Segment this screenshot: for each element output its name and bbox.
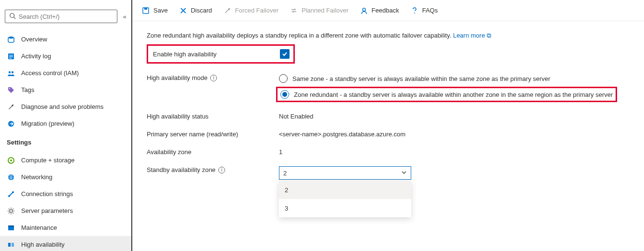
sidebar-item-overview[interactable]: Overview	[0, 31, 131, 48]
sidebar-item-label: Server parameters	[21, 207, 73, 214]
svg-rect-19	[8, 243, 11, 247]
external-link-icon: ⧉	[487, 32, 491, 39]
dropdown-option[interactable]: 2	[279, 181, 411, 199]
save-button[interactable]: Save	[136, 0, 174, 21]
people-icon	[7, 69, 15, 78]
search-icon	[9, 13, 16, 21]
maintenance-icon	[7, 224, 15, 232]
sidebar-item-activity-log[interactable]: Activity log	[0, 48, 131, 65]
sidebar-item-label: Compute + storage	[21, 157, 75, 164]
ha-mode-label: High availability mode i	[147, 74, 279, 81]
settings-header: Settings	[0, 132, 131, 149]
search-box[interactable]	[5, 10, 117, 23]
svg-point-24	[414, 13, 415, 13]
svg-point-23	[363, 8, 366, 11]
svg-rect-6	[9, 58, 12, 58]
sidebar-item-label: Activity log	[21, 53, 51, 60]
toolbar: Save Discard Forced Failover Planned Fai…	[132, 0, 644, 21]
log-icon	[7, 52, 15, 61]
feedback-button[interactable]: Feedback	[354, 0, 405, 21]
svg-rect-22	[144, 8, 147, 10]
wrench-icon	[224, 7, 231, 14]
svg-rect-20	[12, 243, 14, 247]
collapse-sidebar-button[interactable]: «	[123, 13, 126, 20]
sidebar-item-label: Networking	[21, 173, 52, 181]
availability-zone-value: 1	[279, 148, 282, 156]
sidebar-item-access-control[interactable]: Access control (IAM)	[0, 65, 131, 81]
primary-server-value: <server-name>.postgres.database.azure.co…	[279, 131, 405, 138]
svg-point-16	[10, 210, 13, 212]
svg-point-2	[8, 36, 14, 38]
check-icon	[281, 51, 288, 57]
standby-zone-label: Standby availability zone i	[147, 166, 279, 173]
discard-icon	[179, 7, 187, 14]
networking-icon	[7, 173, 15, 182]
compute-icon	[7, 156, 15, 165]
sidebar-item-compute-storage[interactable]: Compute + storage	[0, 152, 131, 169]
svg-rect-4	[9, 55, 13, 55]
radio-same-zone[interactable]: Same zone - a standby server is always a…	[279, 74, 617, 83]
main-content: Save Discard Forced Failover Planned Fai…	[132, 0, 644, 251]
sidebar-item-tags[interactable]: Tags	[0, 81, 131, 98]
description-text: Zone redundant high availability deploys…	[147, 32, 630, 40]
sidebar-item-server-parameters[interactable]: Server parameters	[0, 202, 131, 219]
ha-status-label: High availability status	[147, 113, 279, 120]
ha-icon	[7, 240, 15, 249]
sidebar-item-label: Connection strings	[21, 190, 73, 198]
faqs-button[interactable]: FAQs	[405, 0, 444, 21]
svg-rect-18	[8, 225, 14, 227]
sidebar-item-maintenance[interactable]: Maintenance	[0, 219, 131, 236]
chevron-down-icon	[401, 170, 407, 177]
radio-icon	[280, 90, 289, 99]
svg-point-9	[9, 88, 10, 89]
ha-status-value: Not Enabled	[279, 113, 314, 120]
svg-point-8	[12, 71, 13, 73]
info-icon[interactable]: i	[218, 167, 225, 173]
availability-zone-label: Availability zone	[147, 148, 279, 156]
radio-icon	[279, 74, 288, 83]
database-icon	[7, 35, 15, 44]
save-icon	[142, 7, 150, 14]
sidebar-item-high-availability[interactable]: High availability	[0, 236, 131, 251]
dropdown-option[interactable]: 3	[279, 199, 411, 217]
migration-icon	[7, 119, 15, 128]
sidebar-item-networking[interactable]: Networking	[0, 169, 131, 185]
primary-server-label: Primary server name (read/write)	[147, 131, 279, 138]
swap-icon	[290, 7, 298, 14]
wrench-icon	[7, 103, 15, 111]
enable-ha-label: Enable high availability	[153, 51, 216, 58]
connection-icon	[7, 190, 15, 198]
svg-point-7	[9, 71, 11, 73]
feedback-icon	[360, 7, 368, 14]
tag-icon	[7, 86, 15, 94]
svg-point-14	[8, 195, 10, 197]
learn-more-link[interactable]: Learn more ⧉	[453, 32, 491, 39]
standby-zone-select[interactable]: 2	[279, 166, 411, 180]
sidebar-item-label: Tags	[21, 86, 34, 93]
svg-line-1	[14, 17, 16, 19]
enable-ha-checkbox[interactable]	[280, 49, 290, 59]
svg-point-15	[12, 191, 14, 193]
sidebar-item-label: High availability	[21, 241, 64, 248]
sidebar-item-migration[interactable]: Migration (preview)	[0, 115, 131, 132]
question-icon	[411, 7, 418, 14]
sidebar-item-label: Diagnose and solve problems	[21, 103, 103, 110]
svg-point-0	[10, 13, 14, 17]
enable-ha-row: Enable high availability	[147, 44, 295, 64]
sidebar-item-label: Access control (IAM)	[21, 69, 79, 77]
svg-point-12	[10, 159, 12, 161]
svg-rect-5	[9, 56, 13, 57]
sidebar: « Overview Activity log Access control (…	[0, 0, 132, 251]
sidebar-item-connection-strings[interactable]: Connection strings	[0, 185, 131, 202]
info-icon[interactable]: i	[210, 75, 217, 81]
standby-zone-dropdown: 2 3	[279, 181, 411, 217]
gear-icon	[7, 207, 15, 215]
discard-button[interactable]: Discard	[174, 0, 218, 21]
forced-failover-button: Forced Failover	[218, 0, 284, 21]
sidebar-item-label: Overview	[21, 36, 47, 43]
radio-zone-redundant[interactable]: Zone redundant - a standby server is alw…	[280, 90, 613, 99]
planned-failover-button: Planned Failover	[284, 0, 354, 21]
sidebar-item-diagnose[interactable]: Diagnose and solve problems	[0, 98, 131, 115]
sidebar-item-label: Migration (preview)	[21, 120, 75, 127]
search-input[interactable]	[19, 13, 113, 20]
